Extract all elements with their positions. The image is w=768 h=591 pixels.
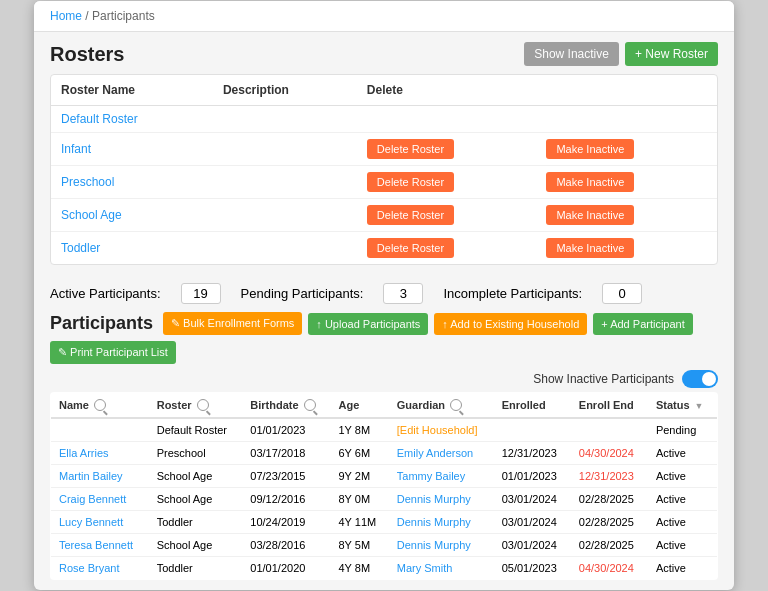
show-inactive-row: Show Inactive Participants <box>50 370 718 388</box>
rosters-table-section: Roster Name Description Delete Default R… <box>50 74 718 265</box>
participant-name-link[interactable]: Craig Bennett <box>59 493 126 505</box>
participant-enrolled: 01/01/2023 <box>494 465 571 488</box>
participant-enrolled <box>494 418 571 442</box>
col-guardian: Guardian <box>389 393 494 419</box>
breadcrumb-current: Participants <box>92 9 155 23</box>
participant-enrolled: 05/01/2023 <box>494 557 571 580</box>
roster-delete-cell: Delete Roster <box>357 199 537 232</box>
col-roster: Roster <box>149 393 243 419</box>
roster-name-link[interactable]: Infant <box>61 142 91 156</box>
participant-name-link[interactable]: Teresa Bennett <box>59 539 133 551</box>
roster-description <box>213 106 357 133</box>
participant-enroll-end: 04/30/2024 <box>571 557 648 580</box>
participant-status: Active <box>648 488 718 511</box>
delete-roster-button[interactable]: Delete Roster <box>367 139 454 159</box>
enroll-end-date: 02/28/2025 <box>579 516 634 528</box>
add-participant-button[interactable]: + Add Participant <box>593 313 692 335</box>
print-list-button[interactable]: ✎ Print Participant List <box>50 341 176 364</box>
participant-age: 8Y 0M <box>331 488 389 511</box>
delete-roster-button[interactable]: Delete Roster <box>367 205 454 225</box>
participant-name-link[interactable]: Ella Arries <box>59 447 109 459</box>
participant-name-cell: Craig Bennett <box>51 488 149 511</box>
breadcrumb-home[interactable]: Home <box>50 9 82 23</box>
roster-row: Infant Delete Roster Make Inactive <box>51 133 717 166</box>
roster-name-link[interactable]: Preschool <box>61 175 114 189</box>
participant-enrolled: 03/01/2024 <box>494 488 571 511</box>
participant-row: Ella Arries Preschool 03/17/2018 6Y 6M E… <box>51 442 718 465</box>
guardian-link[interactable]: Dennis Murphy <box>397 539 471 551</box>
incomplete-value-input[interactable] <box>602 283 642 304</box>
guardian-search-icon[interactable] <box>450 399 462 411</box>
participant-name-cell <box>51 418 149 442</box>
show-inactive-button[interactable]: Show Inactive <box>524 42 619 66</box>
guardian-link[interactable]: [Edit Household] <box>397 424 478 436</box>
upload-participants-button[interactable]: ↑ Upload Participants <box>308 313 428 335</box>
birthdate-search-icon[interactable] <box>304 399 316 411</box>
guardian-link[interactable]: Dennis Murphy <box>397 516 471 528</box>
delete-roster-button[interactable]: Delete Roster <box>367 238 454 258</box>
roster-description <box>213 199 357 232</box>
roster-action-cell: Make Inactive <box>536 133 717 166</box>
participant-name-link[interactable]: Lucy Bennett <box>59 516 123 528</box>
participant-birthdate: 07/23/2015 <box>242 465 330 488</box>
show-inactive-toggle[interactable] <box>682 370 718 388</box>
participant-age: 4Y 8M <box>331 557 389 580</box>
roster-name-link[interactable]: Toddler <box>61 241 100 255</box>
make-inactive-button[interactable]: Make Inactive <box>546 205 634 225</box>
participant-name-link[interactable]: Rose Bryant <box>59 562 120 574</box>
name-search-icon[interactable] <box>94 399 106 411</box>
participant-row: Craig Bennett School Age 09/12/2016 8Y 0… <box>51 488 718 511</box>
participant-roster: School Age <box>149 534 243 557</box>
roster-delete-cell: Delete Roster <box>357 133 537 166</box>
participant-roster: School Age <box>149 465 243 488</box>
participant-name-link[interactable]: Martin Bailey <box>59 470 123 482</box>
delete-roster-button[interactable]: Delete Roster <box>367 172 454 192</box>
add-household-button[interactable]: ↑ Add to Existing Household <box>434 313 587 335</box>
col-action <box>536 75 717 106</box>
participant-status: Active <box>648 534 718 557</box>
participant-status: Active <box>648 557 718 580</box>
participant-status: Active <box>648 511 718 534</box>
participants-stats: Active Participants: Pending Participant… <box>34 275 734 312</box>
pending-value-input[interactable] <box>383 283 423 304</box>
roster-row: Preschool Delete Roster Make Inactive <box>51 166 717 199</box>
participant-guardian: Dennis Murphy <box>389 488 494 511</box>
enroll-end-date: 04/30/2024 <box>579 447 634 459</box>
participant-status: Pending <box>648 418 718 442</box>
roster-name-link[interactable]: School Age <box>61 208 122 222</box>
roster-action-cell: Make Inactive <box>536 199 717 232</box>
enroll-end-date: 12/31/2023 <box>579 470 634 482</box>
bulk-enrollment-button[interactable]: ✎ Bulk Enrollment Forms <box>163 312 302 335</box>
col-age: Age <box>331 393 389 419</box>
active-value-input[interactable] <box>181 283 221 304</box>
header-buttons: Show Inactive + New Roster <box>524 42 718 66</box>
participant-enrolled: 03/01/2024 <box>494 511 571 534</box>
roster-search-icon[interactable] <box>197 399 209 411</box>
active-label: Active Participants: <box>50 286 161 301</box>
col-birthdate: Birthdate <box>242 393 330 419</box>
participant-enroll-end <box>571 418 648 442</box>
col-enrolled: Enrolled <box>494 393 571 419</box>
guardian-link[interactable]: Emily Anderson <box>397 447 473 459</box>
participant-birthdate: 03/17/2018 <box>242 442 330 465</box>
participant-roster: Toddler <box>149 557 243 580</box>
make-inactive-button[interactable]: Make Inactive <box>546 139 634 159</box>
col-status: Status ▼ <box>648 393 718 419</box>
participant-age: 4Y 11M <box>331 511 389 534</box>
guardian-link[interactable]: Mary Smith <box>397 562 453 574</box>
guardian-link[interactable]: Dennis Murphy <box>397 493 471 505</box>
make-inactive-button[interactable]: Make Inactive <box>546 238 634 258</box>
participant-roster: School Age <box>149 488 243 511</box>
guardian-link[interactable]: Tammy Bailey <box>397 470 465 482</box>
participant-status: Active <box>648 465 718 488</box>
participant-roster: Default Roster <box>149 418 243 442</box>
roster-delete-cell: Delete Roster <box>357 166 537 199</box>
incomplete-label: Incomplete Participants: <box>443 286 582 301</box>
participant-row: Martin Bailey School Age 07/23/2015 9Y 2… <box>51 465 718 488</box>
roster-description <box>213 232 357 265</box>
new-roster-button[interactable]: + New Roster <box>625 42 718 66</box>
participant-guardian: Dennis Murphy <box>389 534 494 557</box>
roster-name-link[interactable]: Default Roster <box>61 112 138 126</box>
participant-row: Teresa Bennett School Age 03/28/2016 8Y … <box>51 534 718 557</box>
make-inactive-button[interactable]: Make Inactive <box>546 172 634 192</box>
